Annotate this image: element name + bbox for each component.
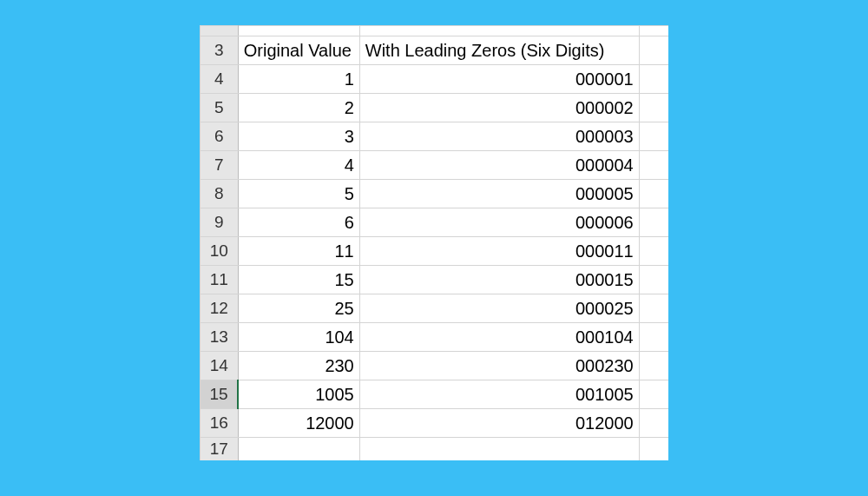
row-header[interactable]: 4 <box>200 65 238 94</box>
cell[interactable] <box>639 266 668 294</box>
cell-padded[interactable]: 001005 <box>359 380 639 409</box>
cell[interactable] <box>639 237 668 266</box>
cell-padded[interactable]: 000006 <box>359 208 639 237</box>
row-header[interactable]: 9 <box>200 208 238 237</box>
cell[interactable] <box>639 352 668 380</box>
cell-original[interactable]: 2 <box>238 94 359 122</box>
cell-padded[interactable]: 000003 <box>359 122 639 151</box>
cell-original[interactable]: 12000 <box>238 409 359 438</box>
cell[interactable] <box>639 294 668 323</box>
cell[interactable] <box>639 94 668 122</box>
cell[interactable] <box>639 122 668 151</box>
row-header[interactable]: 6 <box>200 122 238 151</box>
cell-padded[interactable]: 000230 <box>359 352 639 380</box>
cell-original[interactable]: 104 <box>238 323 359 352</box>
row-header[interactable]: 13 <box>200 323 238 352</box>
row-header[interactable]: 10 <box>200 237 238 266</box>
column-header-padded[interactable]: With Leading Zeros (Six Digits) <box>359 36 639 65</box>
cell[interactable] <box>639 438 668 460</box>
row-header[interactable]: 3 <box>200 36 238 65</box>
cell[interactable] <box>639 65 668 94</box>
cell-original[interactable]: 1005 <box>238 380 359 409</box>
cell[interactable] <box>359 26 639 36</box>
cell[interactable] <box>639 380 668 409</box>
spreadsheet-container: 3Original ValueWith Leading Zeros (Six D… <box>200 25 669 460</box>
cell[interactable] <box>639 151 668 180</box>
cell-original[interactable]: 4 <box>238 151 359 180</box>
cell-padded[interactable]: 000004 <box>359 151 639 180</box>
column-header-original[interactable]: Original Value <box>238 36 359 65</box>
cell[interactable] <box>238 26 359 36</box>
cell[interactable] <box>639 180 668 208</box>
row-header[interactable]: 12 <box>200 294 238 323</box>
cell-original[interactable]: 230 <box>238 352 359 380</box>
cell-padded[interactable]: 000001 <box>359 65 639 94</box>
cell-padded[interactable] <box>359 438 639 460</box>
cell[interactable] <box>639 409 668 438</box>
row-header[interactable]: 16 <box>200 409 238 438</box>
cell-original[interactable]: 15 <box>238 266 359 294</box>
cell[interactable] <box>639 36 668 65</box>
row-header[interactable]: 5 <box>200 94 238 122</box>
row-header[interactable]: 11 <box>200 266 238 294</box>
cell-padded[interactable]: 000025 <box>359 294 639 323</box>
cell[interactable] <box>639 208 668 237</box>
row-header[interactable]: 8 <box>200 180 238 208</box>
cell-original[interactable]: 1 <box>238 65 359 94</box>
cell-original[interactable]: 11 <box>238 237 359 266</box>
row-header[interactable]: 15 <box>200 380 238 409</box>
row-header[interactable]: 14 <box>200 352 238 380</box>
cell-padded[interactable]: 012000 <box>359 409 639 438</box>
row-header[interactable]: 17 <box>200 438 238 460</box>
cell-original[interactable]: 25 <box>238 294 359 323</box>
cell-original[interactable]: 5 <box>238 180 359 208</box>
cell-original[interactable]: 3 <box>238 122 359 151</box>
cell-padded[interactable]: 000011 <box>359 237 639 266</box>
cell[interactable] <box>639 26 668 36</box>
cell-original[interactable] <box>238 438 359 460</box>
cell-padded[interactable]: 000005 <box>359 180 639 208</box>
cell[interactable] <box>639 323 668 352</box>
cell-padded[interactable]: 000104 <box>359 323 639 352</box>
row-header[interactable] <box>200 26 238 36</box>
cell-padded[interactable]: 000015 <box>359 266 639 294</box>
row-header[interactable]: 7 <box>200 151 238 180</box>
cell-original[interactable]: 6 <box>238 208 359 237</box>
spreadsheet[interactable]: 3Original ValueWith Leading Zeros (Six D… <box>200 25 669 460</box>
cell-padded[interactable]: 000002 <box>359 94 639 122</box>
